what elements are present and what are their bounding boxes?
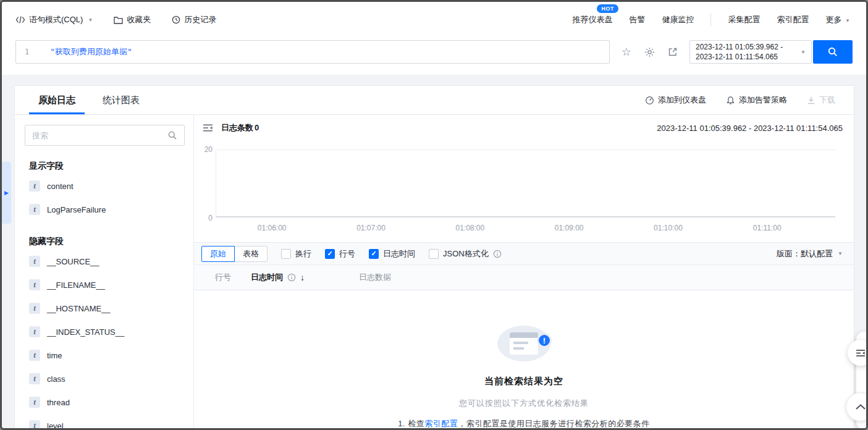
view-table-button[interactable]: 表格 <box>234 246 268 262</box>
field-item-hostname[interactable]: t __HOSTNAME__ <box>25 297 185 320</box>
field-item-content[interactable]: t content <box>25 174 185 198</box>
search-button[interactable] <box>813 40 853 64</box>
line-number-checkbox[interactable]: 行号 <box>325 248 355 259</box>
nav-recommended-dashboard[interactable]: HOT 推荐仪表盘 <box>572 14 612 25</box>
text-type-icon: t <box>29 420 40 429</box>
field-item-thread[interactable]: t thread <box>25 390 185 414</box>
chevron-up-icon <box>855 403 866 410</box>
text-type-icon: t <box>29 256 40 267</box>
info-icon[interactable] <box>493 250 502 258</box>
field-item-time[interactable]: t time <box>25 344 185 367</box>
favorites-label: 收藏夹 <box>127 14 151 25</box>
history-button[interactable]: 历史记录 <box>172 14 216 25</box>
nav-health-monitor[interactable]: 健康监控 <box>662 14 694 25</box>
sidebar-expand-handle[interactable]: ▶ <box>2 162 11 224</box>
nav-more-dropdown[interactable]: 更多 ▼ <box>825 14 850 25</box>
field-search-input[interactable] <box>32 131 167 140</box>
x-tick: 01:07:00 <box>356 224 386 232</box>
time-range-start: 2023-12-11 01:05:39.962 - <box>696 42 799 52</box>
field-item-class[interactable]: t class <box>25 367 185 390</box>
results-main: 日志条数0 2023-12-11 01:05:39.962 - 2023-12-… <box>194 115 854 429</box>
query-text: "获取到费用原始单据" <box>50 46 132 57</box>
add-alarm-policy-button[interactable]: 添加告警策略 <box>726 95 787 106</box>
nav-divider <box>710 14 711 26</box>
tab-statistics-charts[interactable]: 统计图表 <box>103 86 140 114</box>
download-icon <box>807 96 815 104</box>
x-tick: 01:09:00 <box>555 224 584 232</box>
time-range-picker[interactable]: 2023-12-11 01:05:39.962 - 2023-12-11 01:… <box>689 40 812 64</box>
log-count: 0 <box>255 123 259 132</box>
field-search-box[interactable] <box>25 125 185 146</box>
chart-plot-area: 01:06:00 01:07:00 01:08:00 01:09:00 01:1… <box>216 150 835 217</box>
nav-alarm[interactable]: 告警 <box>629 14 645 25</box>
collapse-chart-icon[interactable] <box>203 124 213 132</box>
index-config-link[interactable]: 索引配置 <box>424 419 458 428</box>
x-tick: 01:10:00 <box>654 224 683 232</box>
query-line-number: 1 <box>25 48 29 56</box>
nav-collection-config[interactable]: 采集配置 <box>728 14 760 25</box>
field-item-index-status[interactable]: t __INDEX_STATUS__ <box>25 320 185 344</box>
collapse-icon <box>856 349 866 357</box>
chevron-down-icon: ▼ <box>838 251 843 256</box>
triangle-right-icon: ▶ <box>4 190 9 196</box>
download-button[interactable]: 下载 <box>807 95 835 106</box>
empty-result-title: 当前检索结果为空 <box>484 376 563 387</box>
dashboard-gauge-icon <box>645 96 654 105</box>
chevron-down-icon: ▼ <box>88 17 93 23</box>
result-tabs: 原始日志 统计图表 <box>38 86 140 114</box>
nav-index-config[interactable]: 索引配置 <box>777 14 809 25</box>
y-axis-min-label: 0 <box>198 214 213 222</box>
settings-gear-icon[interactable] <box>644 47 655 57</box>
history-clock-icon <box>172 15 180 24</box>
text-type-icon: t <box>29 204 40 215</box>
wrap-lines-checkbox[interactable]: 换行 <box>281 248 311 259</box>
hidden-fields-title: 隐藏字段 <box>29 236 185 247</box>
favorite-star-icon[interactable]: ☆ <box>622 46 631 57</box>
search-row: 1 "获取到费用原始单据" ☆ 20 <box>15 40 853 64</box>
x-tick: 01:06:00 <box>258 224 287 232</box>
json-format-checkbox[interactable]: JSON格式化 <box>429 248 502 259</box>
checkbox-unchecked <box>281 249 291 259</box>
checkbox-unchecked <box>429 249 439 259</box>
time-range-end: 2023-12-11 01:11:54.065 <box>696 52 799 62</box>
text-type-icon: t <box>29 326 40 337</box>
shown-fields-title: 显示字段 <box>29 161 185 172</box>
tab-raw-logs[interactable]: 原始日志 <box>38 86 75 114</box>
layout-config-dropdown[interactable]: 版面：默认配置 ▼ <box>777 248 843 259</box>
text-type-icon: t <box>29 180 40 192</box>
page-header: 语句模式(CQL) ▼ 收藏夹 <box>2 2 866 75</box>
log-table-header: 行号 日志时间 ↓ 日志数据 <box>194 265 854 290</box>
favorites-button[interactable]: 收藏夹 <box>114 14 151 25</box>
results-card: 原始日志 统计图表 添加到仪表盘 <box>14 85 854 429</box>
chart-title: 日志条数0 <box>221 122 259 133</box>
code-icon <box>15 15 25 24</box>
query-editor[interactable]: 1 "获取到费用原始单据" <box>15 40 610 64</box>
query-mode-label: 语句模式(CQL) <box>29 14 83 25</box>
search-icon <box>167 130 177 140</box>
column-line-number: 行号 <box>215 272 231 283</box>
view-raw-button[interactable]: 原始 <box>201 246 235 262</box>
log-time-checkbox[interactable]: 日志时间 <box>369 248 415 259</box>
text-type-icon: t <box>29 373 40 384</box>
chevron-down-icon: ▼ <box>845 18 850 23</box>
checkbox-checked <box>325 249 335 259</box>
view-mode-switch: 原始 表格 <box>201 246 268 262</box>
add-to-dashboard-button[interactable]: 添加到仪表盘 <box>645 95 706 106</box>
log-view-toolbar: 原始 表格 换行 行号 日志时间 <box>194 242 854 265</box>
field-item-source[interactable]: t __SOURCE__ <box>25 250 185 273</box>
top-toolbar: 语句模式(CQL) ▼ 收藏夹 <box>2 2 866 38</box>
bell-plus-icon <box>726 96 735 105</box>
field-item-level[interactable]: t level <box>25 414 185 429</box>
text-type-icon: t <box>29 279 40 290</box>
hot-badge: HOT <box>597 4 618 13</box>
text-type-icon: t <box>29 397 40 408</box>
external-link-icon[interactable] <box>668 47 678 57</box>
alert-badge-icon: ! <box>537 333 552 348</box>
y-axis-max-label: 20 <box>198 145 213 154</box>
field-item-filename[interactable]: t __FILENAME__ <box>25 273 185 297</box>
query-mode-dropdown[interactable]: 语句模式(CQL) ▼ <box>15 14 93 25</box>
folder-icon <box>114 16 123 24</box>
field-item-logparsefailure[interactable]: t LogParseFailure <box>25 198 185 221</box>
column-log-time-sort[interactable]: 日志时间 ↓ <box>251 272 305 283</box>
info-icon[interactable] <box>287 273 296 282</box>
